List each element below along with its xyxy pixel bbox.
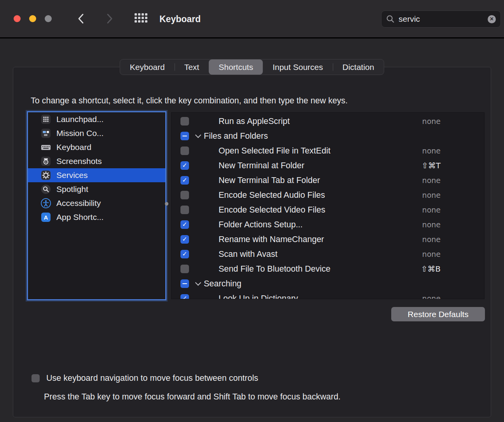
tab-bar: Keyboard Text Shortcuts Input Sources Di… (120, 59, 384, 75)
shortcut-enabled-checkbox[interactable] (180, 146, 189, 155)
accessibility-icon (41, 198, 51, 208)
shortcut-row[interactable]: Folder Actions Setup... none (172, 217, 484, 232)
tab-text[interactable]: Text (175, 59, 209, 75)
shortcuts-list: Run as AppleScript none Files and Folder… (171, 112, 485, 299)
spotlight-icon (41, 184, 51, 194)
app-shortcuts-icon: A (41, 212, 51, 222)
shortcut-row[interactable]: Files and Folders (172, 129, 484, 143)
shortcut-enabled-checkbox[interactable] (180, 132, 189, 140)
shortcut-name: Look Up in Dictionary (219, 294, 298, 300)
shortcut-enabled-checkbox[interactable] (180, 191, 189, 199)
sidebar-item-spotlight[interactable]: Spotlight (28, 182, 165, 196)
shortcut-enabled-checkbox[interactable] (180, 294, 189, 299)
launchpad-icon (41, 114, 51, 124)
shortcut-key-binding[interactable]: none (422, 206, 441, 214)
tab-key-hint-text: Press the Tab key to move focus forward … (44, 392, 341, 402)
search-input[interactable] (399, 14, 488, 24)
search-icon (386, 15, 395, 23)
shortcut-name: Open Selected File in TextEdit (219, 146, 331, 156)
shortcut-row[interactable]: Open Selected File in TextEdit none (172, 143, 484, 158)
shortcut-key-binding[interactable]: none (422, 250, 441, 258)
keyboard-navigation-label[interactable]: Use keyboard navigation to move focus be… (46, 373, 258, 383)
sidebar-item-label: Keyboard (56, 143, 91, 152)
show-all-grid-button[interactable] (134, 12, 149, 26)
minimize-window-button[interactable] (29, 15, 36, 22)
keyboard-navigation-checkbox[interactable] (32, 374, 40, 382)
tab-shortcuts[interactable]: Shortcuts (209, 59, 263, 75)
shortcut-enabled-checkbox[interactable] (180, 117, 189, 126)
shortcut-key-binding[interactable]: ⇧⌘T (422, 161, 441, 170)
shortcut-key-binding[interactable]: none (422, 220, 441, 229)
sidebar-item-label: Spotlight (56, 185, 88, 194)
disclosure-chevron-icon[interactable] (195, 132, 201, 138)
services-gear-icon (41, 170, 51, 180)
shortcut-key-binding[interactable]: ⇧⌘B (421, 264, 441, 274)
tab-input-sources[interactable]: Input Sources (263, 59, 333, 75)
zoom-window-button[interactable] (45, 15, 52, 22)
shortcut-enabled-checkbox[interactable] (180, 206, 189, 214)
shortcut-key-binding[interactable]: none (422, 294, 441, 299)
close-window-button[interactable] (14, 15, 21, 22)
svg-text:A: A (44, 214, 48, 221)
shortcut-enabled-checkbox[interactable] (180, 161, 189, 170)
shortcut-enabled-checkbox[interactable] (180, 279, 189, 288)
shortcut-row[interactable]: New Terminal Tab at Folder none (172, 173, 484, 188)
restore-defaults-button[interactable]: Restore Defaults (391, 307, 485, 321)
shortcut-enabled-checkbox[interactable] (180, 176, 189, 185)
sidebar-item-label: Services (56, 171, 88, 180)
shortcut-name: Encode Selected Video Files (219, 205, 326, 215)
sidebar-item-keyboard[interactable]: Keyboard (28, 140, 165, 154)
shortcut-enabled-checkbox[interactable] (180, 265, 189, 273)
shortcut-enabled-checkbox[interactable] (180, 250, 189, 258)
forward-button[interactable] (104, 13, 114, 24)
shortcut-row[interactable]: Encode Selected Audio Files none (172, 188, 484, 202)
sidebar-item-app-shortcuts[interactable]: A App Shortc... (28, 210, 165, 224)
sidebar-item-services[interactable]: Services (28, 168, 165, 182)
shortcut-category-list: Launchpad... Mission Co... (28, 112, 165, 299)
shortcut-key-binding[interactable]: none (422, 235, 441, 244)
window-title: Keyboard (159, 0, 201, 38)
shortcut-key-binding[interactable]: none (422, 117, 441, 126)
list-resize-handle[interactable] (165, 202, 168, 206)
shortcut-row[interactable]: Look Up in Dictionary none (172, 291, 484, 299)
keyboard-icon (41, 142, 51, 152)
clear-search-button[interactable]: × (488, 15, 496, 23)
tab-keyboard[interactable]: Keyboard (120, 59, 175, 75)
shortcut-row[interactable]: Rename with NameChanger none (172, 232, 484, 247)
sidebar-item-label: Screenshots (56, 157, 102, 166)
shortcut-name: Searching (204, 279, 242, 289)
chevron-right-icon (104, 13, 114, 24)
shortcut-row[interactable]: Encode Selected Video Files none (172, 202, 484, 217)
sidebar-item-mission-control[interactable]: Mission Co... (28, 126, 165, 140)
keyboard-navigation-setting: Use keyboard navigation to move focus be… (32, 373, 258, 383)
shortcut-name: Encode Selected Audio Files (219, 190, 325, 200)
shortcut-enabled-checkbox[interactable] (180, 220, 189, 229)
shortcut-name: Folder Actions Setup... (219, 220, 303, 230)
keyboard-preferences-window: Keyboard × Keyboard Text Shortcuts Input… (0, 0, 504, 422)
screenshots-icon (41, 156, 51, 166)
grid-icon (134, 12, 149, 26)
tab-dictation[interactable]: Dictation (333, 59, 384, 75)
search-field[interactable]: × (381, 10, 501, 28)
sidebar-item-screenshots[interactable]: Screenshots (28, 154, 165, 168)
shortcut-name: Scan with Avast (219, 249, 277, 259)
shortcut-row[interactable]: Run as AppleScript none (172, 114, 484, 129)
sidebar-item-label: Mission Co... (56, 129, 103, 138)
shortcut-key-binding[interactable]: none (422, 176, 441, 185)
sidebar-item-label: Accessibility (56, 199, 101, 208)
shortcut-enabled-checkbox[interactable] (180, 235, 189, 244)
sidebar-item-launchpad[interactable]: Launchpad... (28, 112, 165, 126)
shortcut-row[interactable]: Send File To Bluetooth Device ⇧⌘B (172, 262, 484, 276)
instruction-text: To change a shortcut, select it, click t… (31, 96, 348, 106)
shortcut-row[interactable]: Scan with Avast none (172, 247, 484, 262)
shortcut-row[interactable]: Searching (172, 276, 484, 291)
shortcut-name: Rename with NameChanger (219, 235, 324, 244)
back-button[interactable] (76, 13, 86, 24)
shortcut-row[interactable]: New Terminal at Folder ⇧⌘T (172, 158, 484, 173)
sidebar-item-label: App Shortc... (56, 213, 103, 222)
mission-control-icon (41, 128, 51, 138)
shortcut-key-binding[interactable]: none (422, 146, 441, 155)
shortcut-key-binding[interactable]: none (422, 191, 441, 199)
disclosure-chevron-icon[interactable] (195, 279, 201, 286)
sidebar-item-accessibility[interactable]: Accessibility (28, 196, 165, 210)
